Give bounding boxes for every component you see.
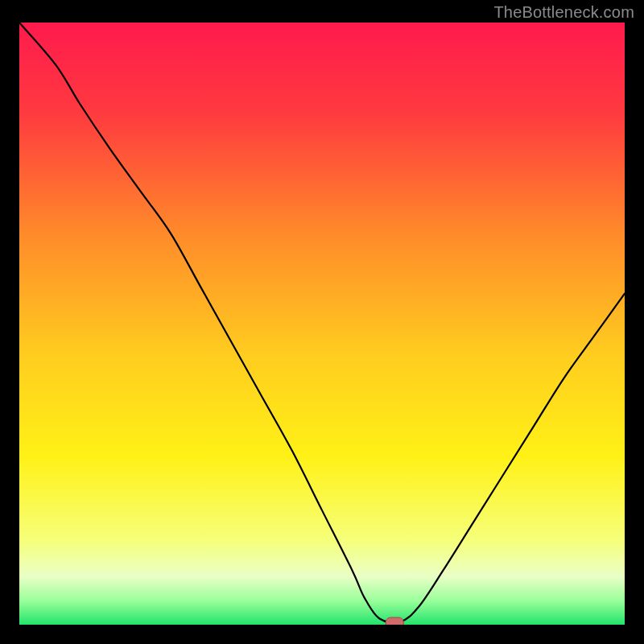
chart-frame: TheBottleneck.com — [0, 0, 644, 644]
optimum-marker — [386, 617, 403, 625]
gradient-bg — [19, 23, 625, 625]
bottleneck-plot — [19, 23, 625, 625]
plot-svg — [19, 23, 625, 625]
watermark-label: TheBottleneck.com — [493, 3, 634, 22]
